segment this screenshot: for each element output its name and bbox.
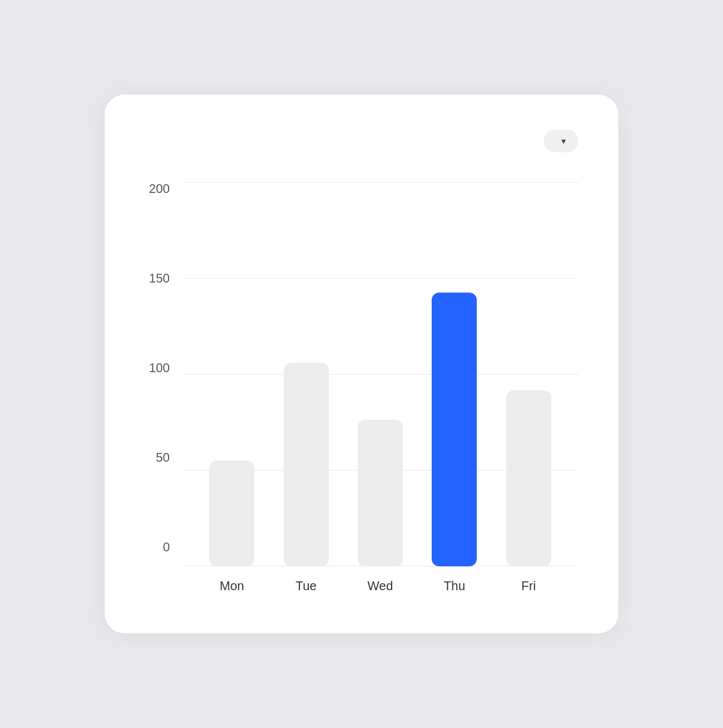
chevron-down-icon: ▾ (561, 136, 566, 146)
card-header: ▾ (145, 130, 578, 152)
bars-row (182, 182, 578, 566)
bar-column[interactable] (506, 182, 551, 566)
bar-mon[interactable] (209, 460, 254, 566)
bar-column[interactable] (432, 182, 477, 566)
bar-column[interactable] (209, 182, 254, 566)
revenue-card: ▾ 200150100500 MonTueWedThuFr (105, 95, 618, 633)
bar-column[interactable] (284, 182, 329, 566)
y-axis-label: 150 (149, 272, 170, 284)
period-dropdown[interactable]: ▾ (544, 130, 578, 152)
bars-and-grid (182, 182, 578, 566)
y-axis-label: 0 (163, 541, 170, 553)
bar-thu[interactable] (432, 293, 477, 566)
x-axis: MonTueWedThuFri (182, 579, 578, 593)
chart-area: 200150100500 MonTueWedThuFri (145, 182, 578, 593)
bar-wed[interactable] (358, 420, 403, 566)
x-axis-label: Wed (358, 579, 403, 593)
bar-fri[interactable] (506, 390, 551, 566)
bar-column[interactable] (358, 182, 403, 566)
bar-tue[interactable] (284, 363, 329, 566)
y-axis-label: 50 (156, 451, 170, 464)
chart-body: MonTueWedThuFri (182, 182, 578, 593)
x-axis-label: Tue (284, 579, 329, 593)
x-axis-label: Mon (209, 579, 254, 593)
x-axis-label: Fri (506, 579, 551, 593)
y-axis-label: 200 (149, 182, 170, 195)
y-axis-label: 100 (149, 361, 170, 374)
x-axis-label: Thu (432, 579, 477, 593)
y-axis: 200150100500 (145, 182, 182, 593)
